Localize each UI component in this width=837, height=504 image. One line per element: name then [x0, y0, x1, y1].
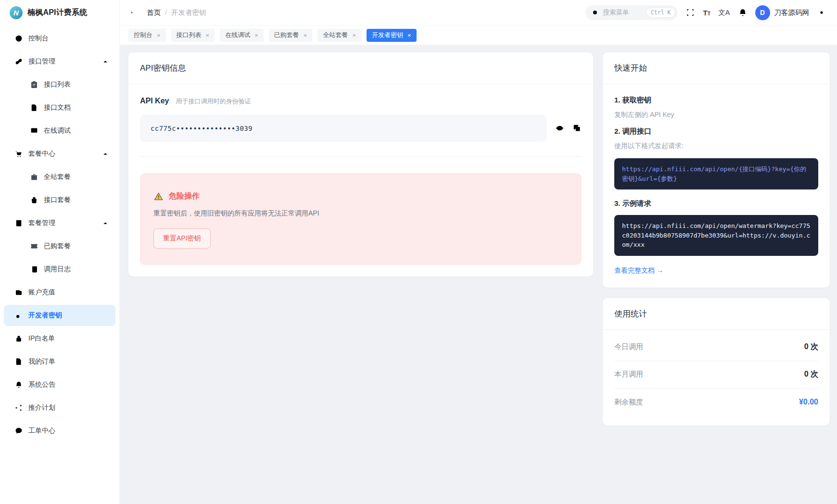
- copy-icon[interactable]: [572, 124, 582, 133]
- eye-icon[interactable]: [555, 124, 564, 133]
- right-column: 快速开始 1. 获取密钥 复制左侧的 API Key 2. 调用接口 使用以下格…: [603, 52, 830, 426]
- api-key-card-title: API密钥信息: [128, 52, 593, 84]
- collapse-sidebar-icon[interactable]: [129, 8, 139, 17]
- usage-value: 0 次: [804, 369, 818, 379]
- usage-row-month: 本月调用 0 次: [614, 361, 818, 389]
- username: 刀客源码网: [774, 8, 810, 17]
- user-menu[interactable]: D 刀客源码网: [755, 5, 810, 20]
- sidebar-item-call-logs[interactable]: 调用日志: [4, 259, 115, 280]
- tab-label: 接口列表: [177, 31, 202, 39]
- sidebar-group-api-management[interactable]: 接口管理: [4, 51, 115, 72]
- request-format-code: https://api.nfiii.com/api/open/{接口编码}?ke…: [614, 158, 818, 189]
- tab-bar: 控制台 × 接口列表 × 在线调试 × 已购套餐 × 全站套餐 × 开发者密钥 …: [120, 25, 837, 45]
- usage-label: 剩余额度: [614, 398, 643, 407]
- sidebar-item-label: 账户充值: [28, 288, 55, 297]
- sidebar-item-label: 已购套餐: [44, 242, 71, 251]
- sidebar-item-system-announcements[interactable]: 系统公告: [4, 374, 115, 395]
- step2-title: 2. 调用接口: [614, 127, 818, 136]
- sidebar-item-label: 工单中心: [28, 427, 55, 435]
- search-input[interactable]: 搜索菜单 Ctrl K: [585, 5, 678, 20]
- sidebar-item-api-packages[interactable]: 接口套餐: [4, 189, 115, 211]
- tab-label: 全站套餐: [323, 31, 348, 39]
- sidebar-item-account-recharge[interactable]: 账户充值: [4, 282, 115, 303]
- translate-icon[interactable]: 文A: [718, 8, 730, 17]
- tab-developer-key[interactable]: 开发者密钥 ×: [367, 29, 417, 42]
- font-size-icon[interactable]: TT: [703, 9, 710, 17]
- tab-site-packages[interactable]: 全站套餐 ×: [317, 29, 361, 42]
- search-icon: [592, 9, 599, 16]
- briefcase-icon: [30, 173, 38, 181]
- close-icon[interactable]: ×: [352, 32, 356, 38]
- breadcrumb: 首页 / 开发者密钥: [147, 8, 206, 17]
- notifications-bell-icon[interactable]: [738, 8, 748, 17]
- bell-icon: [14, 380, 23, 389]
- chevron-up-icon: [102, 151, 109, 157]
- quick-start-title: 快速开始: [603, 52, 830, 84]
- api-key-hint: 用于接口调用时的身份验证: [176, 97, 251, 106]
- sidebar-item-label: 接口列表: [44, 80, 71, 89]
- close-icon[interactable]: ×: [157, 32, 161, 38]
- breadcrumb-home[interactable]: 首页: [147, 8, 161, 17]
- breadcrumb-separator: /: [165, 9, 167, 16]
- sidebar-group-package-management[interactable]: 套餐管理: [4, 213, 115, 234]
- app-logo-row[interactable]: N 楠枫API计费系统: [0, 0, 119, 25]
- gauge-icon: [14, 34, 23, 43]
- close-icon[interactable]: ×: [407, 32, 411, 38]
- sidebar-item-api-list[interactable]: 接口列表: [4, 74, 115, 95]
- file-text-icon: [30, 103, 38, 112]
- sidebar-item-label: 我的订单: [28, 357, 55, 366]
- api-key-card: API密钥信息 API Key 用于接口调用时的身份验证 cc775c•••••…: [128, 52, 593, 277]
- monitor-icon: [30, 126, 38, 135]
- sidebar-item-dashboard[interactable]: 控制台: [4, 28, 115, 49]
- usage-stats-card: 使用统计 今日调用 0 次 本月调用 0 次 剩余额度 ¥0.00: [603, 298, 830, 426]
- sidebar-item-ticket-center[interactable]: 工单中心: [4, 420, 115, 441]
- step1-title: 1. 获取密钥: [614, 96, 818, 105]
- wallet-icon: [14, 288, 23, 297]
- sidebar-group-package-center[interactable]: 套餐中心: [4, 143, 115, 164]
- tab-online-debug[interactable]: 在线调试 ×: [220, 29, 264, 42]
- settings-gear-icon[interactable]: [817, 8, 826, 17]
- danger-title: 危险操作: [169, 191, 200, 202]
- sidebar-item-developer-key[interactable]: 开发者密钥: [4, 305, 115, 326]
- usage-row-today: 今日调用 0 次: [614, 334, 818, 361]
- chat-icon: [14, 427, 23, 435]
- danger-zone: 危险操作 重置密钥后，使用旧密钥的所有应用将无法正常调用API 重置API密钥: [140, 173, 582, 265]
- usage-value: 0 次: [804, 342, 818, 352]
- lock-icon: [14, 334, 23, 343]
- tab-dashboard[interactable]: 控制台 ×: [128, 29, 166, 42]
- sidebar-item-label: 全站套餐: [44, 173, 71, 181]
- quick-start-card: 快速开始 1. 获取密钥 复制左侧的 API Key 2. 调用接口 使用以下格…: [603, 52, 830, 288]
- sidebar-item-ip-whitelist[interactable]: IP白名单: [4, 328, 115, 349]
- usage-stats-title: 使用统计: [603, 298, 830, 330]
- tab-purchased-packages[interactable]: 已购套餐 ×: [269, 29, 313, 42]
- usage-label: 今日调用: [614, 342, 643, 352]
- warning-triangle-icon: [153, 191, 164, 202]
- sidebar-item-label: 控制台: [28, 34, 49, 43]
- tab-api-list[interactable]: 接口列表 ×: [171, 29, 215, 42]
- fullscreen-icon[interactable]: [685, 8, 695, 17]
- notebook-icon: [30, 265, 38, 274]
- close-icon[interactable]: ×: [254, 32, 258, 38]
- reset-api-key-button[interactable]: 重置API密钥: [153, 228, 211, 249]
- sidebar-item-referral-plan[interactable]: 推介计划: [4, 397, 115, 418]
- api-key-value-field: cc775c••••••••••••••3039: [140, 114, 547, 142]
- sidebar-item-my-orders[interactable]: 我的订单: [4, 351, 115, 372]
- sidebar-item-label: 接口文档: [44, 103, 71, 112]
- avatar: D: [755, 5, 770, 20]
- api-key-label: API Key: [140, 97, 169, 105]
- close-icon[interactable]: ×: [304, 32, 307, 38]
- breadcrumb-current: 开发者密钥: [171, 8, 206, 17]
- sidebar-item-site-packages[interactable]: 全站套餐: [4, 166, 115, 188]
- ticket-icon: [30, 242, 38, 251]
- app-logo-icon: N: [10, 6, 23, 19]
- sidebar-item-online-debug[interactable]: 在线调试: [4, 120, 115, 141]
- view-full-docs-link[interactable]: 查看完整文档 →: [614, 266, 663, 275]
- clipboard-icon: [30, 80, 38, 89]
- share-icon: [14, 403, 23, 412]
- close-icon[interactable]: ×: [206, 32, 210, 38]
- sidebar-item-purchased-packages[interactable]: 已购套餐: [4, 236, 115, 257]
- sidebar-item-api-docs[interactable]: 接口文档: [4, 97, 115, 118]
- divider: [140, 156, 582, 157]
- sidebar-item-label: 调用日志: [44, 265, 71, 274]
- app-title: 楠枫API计费系统: [27, 8, 87, 18]
